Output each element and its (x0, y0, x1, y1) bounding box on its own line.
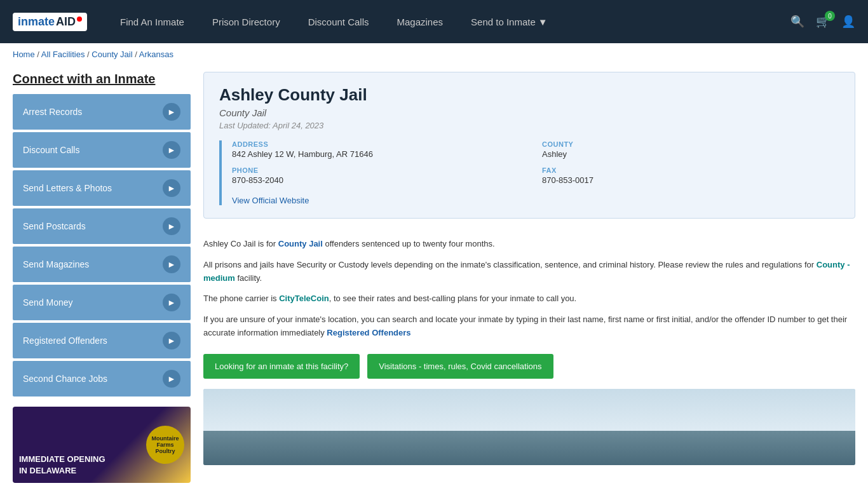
phone-label: PHONE (232, 166, 529, 174)
citytelecoin-link[interactable]: CityTeleCoin (279, 294, 329, 303)
county-jail-link[interactable]: County Jail (278, 239, 323, 248)
info-para1: Ashley Co Jail is for County Jail offend… (203, 238, 855, 251)
logo[interactable]: inmateAID (13, 13, 87, 31)
info-section: Ashley Co Jail is for County Jail offend… (203, 231, 855, 354)
lookup-button[interactable]: Looking for an inmate at this facility? (203, 354, 360, 379)
main-nav: inmateAID Find An Inmate Prison Director… (0, 0, 868, 43)
website-row: View Official Website (232, 195, 839, 205)
fax-group: FAX 870-853-0017 (542, 166, 839, 185)
sidebar-item-send-money[interactable]: Send Money ► (13, 285, 191, 320)
photo-sky (203, 389, 855, 435)
info-para4: If you are unsure of your inmate's locat… (203, 313, 855, 340)
breadcrumb-state[interactable]: Arkansas (139, 50, 173, 59)
arrow-icon: ► (163, 179, 180, 197)
sidebar-item-discount-calls[interactable]: Discount Calls ► (13, 132, 191, 168)
address-label: ADDRESS (232, 140, 529, 148)
logo-dot (77, 17, 82, 22)
sidebar-item-second-chance-jobs[interactable]: Second Chance Jobs ► (13, 361, 191, 396)
website-link[interactable]: View Official Website (232, 196, 309, 205)
arrow-icon: ► (163, 370, 180, 388)
sidebar-item-send-letters[interactable]: Send Letters & Photos ► (13, 170, 191, 206)
arrow-icon: ► (163, 103, 180, 121)
breadcrumb-county-jail[interactable]: County Jail (92, 50, 132, 59)
sidebar-item-send-magazines[interactable]: Send Magazines ► (13, 247, 191, 282)
breadcrumb-all-facilities[interactable]: All Facilities (41, 50, 85, 59)
fax-value: 870-853-0017 (542, 175, 839, 185)
sidebar-ad[interactable]: IMMEDIATE OPENING IN DELAWARE MountaireF… (13, 407, 191, 483)
sidebar: Connect with an Inmate Arrest Records ► … (13, 72, 191, 483)
arrow-icon: ► (163, 217, 180, 235)
main-layout: Connect with an Inmate Arrest Records ► … (0, 65, 868, 488)
breadcrumb: Home / All Facilities / County Jail / Ar… (0, 43, 868, 65)
nav-send-to-inmate[interactable]: Send to Inmate ▼ (457, 0, 562, 43)
arrow-icon: ► (163, 141, 180, 159)
visitations-button[interactable]: Visitations - times, rules, Covid cancel… (367, 354, 553, 379)
facility-updated: Last Updated: April 24, 2023 (219, 121, 839, 130)
photo-ground (203, 431, 855, 465)
cart-badge: 0 (825, 11, 835, 21)
arrow-icon: ► (163, 294, 180, 311)
facility-card: Ashley County Jail County Jail Last Upda… (203, 72, 855, 219)
sidebar-title: Connect with an Inmate (13, 72, 191, 86)
facility-photo (203, 389, 855, 465)
nav-prison-directory[interactable]: Prison Directory (198, 0, 294, 43)
info-para2: All prisons and jails have Security or C… (203, 259, 855, 285)
facility-subtitle: County Jail (219, 107, 839, 118)
search-icon[interactable]: 🔍 (790, 15, 804, 29)
action-buttons: Looking for an inmate at this facility? … (203, 354, 855, 379)
sidebar-item-arrest-records[interactable]: Arrest Records ► (13, 94, 191, 130)
nav-find-inmate[interactable]: Find An Inmate (106, 0, 198, 43)
logo-inmate: inmate (18, 15, 55, 29)
address-value: 842 Ashley 12 W, Hamburg, AR 71646 (232, 149, 529, 159)
facility-title: Ashley County Jail (219, 85, 839, 105)
nav-links: Find An Inmate Prison Directory Discount… (106, 0, 790, 43)
sidebar-item-send-postcards[interactable]: Send Postcards ► (13, 208, 191, 244)
phone-value: 870-853-2040 (232, 175, 529, 185)
arrow-icon: ► (163, 332, 180, 349)
ad-logo: MountaireFarmsPoultry (146, 426, 184, 464)
sidebar-item-registered-offenders[interactable]: Registered Offenders ► (13, 323, 191, 358)
county-label: COUNTY (542, 140, 839, 148)
facility-details: ADDRESS 842 Ashley 12 W, Hamburg, AR 716… (219, 140, 839, 205)
registered-offenders-link[interactable]: Registered Offenders (327, 328, 410, 337)
user-icon[interactable]: 👤 (841, 15, 855, 29)
fax-label: FAX (542, 166, 839, 174)
nav-magazines[interactable]: Magazines (383, 0, 458, 43)
send-to-inmate-chevron: ▼ (538, 17, 548, 27)
address-group: ADDRESS 842 Ashley 12 W, Hamburg, AR 716… (232, 140, 529, 159)
ad-text: IMMEDIATE OPENING IN DELAWARE (19, 454, 105, 477)
county-medium-link[interactable]: County - medium (203, 260, 850, 283)
nav-discount-calls[interactable]: Discount Calls (294, 0, 383, 43)
breadcrumb-home[interactable]: Home (13, 50, 35, 59)
cart-icon[interactable]: 🛒 0 (816, 15, 830, 29)
logo-aid: AID (56, 15, 76, 29)
info-para3: The phone carrier is CityTeleCoin, to se… (203, 292, 855, 306)
arrow-icon: ► (163, 255, 180, 273)
nav-icons: 🔍 🛒 0 👤 (790, 15, 855, 29)
county-value: Ashley (542, 149, 839, 159)
county-group: COUNTY Ashley (542, 140, 839, 159)
main-content: Ashley County Jail County Jail Last Upda… (203, 72, 855, 483)
phone-group: PHONE 870-853-2040 (232, 166, 529, 185)
